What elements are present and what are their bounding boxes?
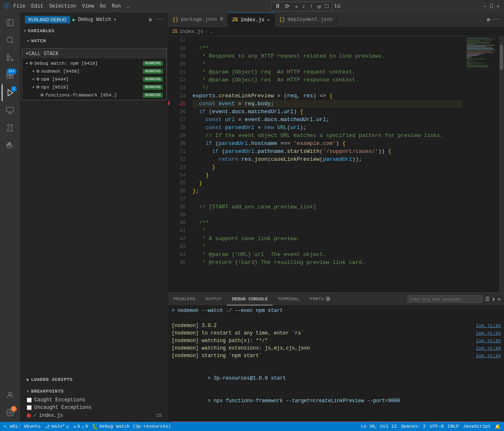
menu-view[interactable]: View bbox=[82, 3, 94, 9]
tab-terminal[interactable]: TERMINAL bbox=[273, 293, 305, 305]
split-editor-icon[interactable]: ⊞ bbox=[487, 17, 490, 23]
panel-filter-input[interactable] bbox=[408, 295, 483, 303]
gear-icon[interactable]: ⚙ bbox=[149, 17, 152, 23]
svg-rect-8 bbox=[10, 76, 13, 79]
editor-scrollbar[interactable] bbox=[499, 36, 504, 292]
code-line-20: * bbox=[192, 60, 462, 68]
status-line-ending[interactable]: CRLF bbox=[448, 424, 459, 429]
activity-search[interactable] bbox=[2, 32, 18, 48]
tab-package-json[interactable]: {} package.json M bbox=[168, 13, 228, 27]
callstack-ff-header[interactable]: ⚙ functions-framework [954…] RUNNING bbox=[37, 91, 166, 99]
config-dropdown[interactable]: ▾ bbox=[114, 17, 116, 22]
more-tabs-icon[interactable]: ··· bbox=[491, 17, 501, 23]
status-position[interactable]: Ln 38, Col 12 bbox=[361, 424, 397, 429]
debug-step-over-btn[interactable]: ⇢ bbox=[293, 3, 299, 10]
debug-stop-btn[interactable]: □ bbox=[324, 3, 329, 10]
code-line-40: /** bbox=[192, 219, 462, 227]
panel-content[interactable]: > nodemon --watch ./ --exec npm start [n… bbox=[168, 305, 504, 422]
tab-index-js[interactable]: JS index.js ✕ bbox=[228, 13, 275, 27]
ln-40: 40 bbox=[172, 219, 186, 227]
debug-continue-btn[interactable]: ⟳ bbox=[284, 3, 291, 10]
callstack-npm2-name: npm [9484] bbox=[41, 77, 143, 82]
watch-header[interactable]: ▾ WATCH bbox=[23, 37, 165, 45]
breadcrumb-more[interactable]: … bbox=[210, 29, 213, 35]
status-notifications[interactable]: 🔔 bbox=[495, 424, 501, 429]
caught-exceptions-checkbox[interactable] bbox=[27, 398, 32, 403]
config-name[interactable]: Debug Watch bbox=[78, 17, 111, 23]
expand-icon3: ▾ bbox=[32, 85, 35, 90]
uncaught-exceptions-checkbox[interactable] bbox=[27, 405, 32, 410]
status-errors[interactable]: ✕ 0 ⚠ 0 bbox=[73, 424, 88, 429]
menu-selection[interactable]: Selection bbox=[49, 3, 76, 9]
minimize-btn[interactable]: — bbox=[482, 4, 487, 9]
code-line-18: /** bbox=[192, 44, 462, 52]
ln-29: 29 bbox=[172, 132, 186, 139]
activity-settings[interactable]: 1 bbox=[2, 404, 18, 421]
activity-account[interactable] bbox=[2, 387, 18, 403]
variables-header[interactable]: ▾ VARIABLES bbox=[20, 27, 168, 35]
status-debug-session[interactable]: 🐛 Debug Watch (3p-resources) bbox=[92, 424, 171, 429]
status-bar: >_ WSL: Ubuntu ⎇ main* ↻ ✕ 0 ⚠ 0 🐛 Debug… bbox=[0, 422, 504, 431]
breakpoint-line-number: 25 bbox=[156, 413, 162, 418]
debug-step-into-btn[interactable]: ↓ bbox=[301, 3, 306, 10]
tab-deployment-json[interactable]: {} deployment.json bbox=[275, 13, 337, 27]
activity-extensions[interactable]: 1k+ bbox=[2, 67, 18, 84]
tab-problems[interactable]: PROBLEMS bbox=[168, 293, 200, 305]
debug-restart-btn[interactable]: ↺ bbox=[316, 3, 322, 10]
activity-test[interactable] bbox=[2, 119, 18, 136]
callstack-nodemon-header[interactable]: ▾ ⚙ nodemon [9450] RUNNING bbox=[29, 67, 166, 75]
tab-ports[interactable]: PORTS 2 bbox=[305, 293, 336, 305]
tab-output[interactable]: OUTPUT bbox=[200, 293, 227, 305]
debug-pause-btn[interactable]: ⏸ bbox=[274, 3, 282, 10]
menu-more[interactable]: … bbox=[127, 3, 129, 9]
run-debug-button[interactable]: RUN AND DEBUG bbox=[25, 16, 70, 23]
tab-close-icon[interactable]: ✕ bbox=[267, 17, 270, 23]
menu-go[interactable]: Go bbox=[100, 3, 106, 9]
callstack-header[interactable]: ▾ CALL STACK bbox=[22, 49, 166, 58]
status-right: Ln 38, Col 12 Spaces: 2 UTF-8 CRLF JavaS… bbox=[361, 424, 501, 429]
activity-remote[interactable] bbox=[2, 102, 18, 119]
window-controls: — ⎕ ✕ bbox=[482, 4, 501, 9]
menu-file[interactable]: File bbox=[13, 3, 25, 9]
status-language[interactable]: JavaScript bbox=[463, 424, 491, 429]
nodemon-path-link[interactable]: log.js:34 bbox=[476, 337, 501, 345]
callstack-npm2-header[interactable]: ▾ ⚙ npm [9484] RUNNING bbox=[29, 75, 166, 83]
callstack-npx-header[interactable]: ▾ ⚙ npx [9519] RUNNING bbox=[29, 83, 166, 91]
nodemon-start-link[interactable]: log.js:34 bbox=[476, 352, 501, 360]
panel-list-icon[interactable]: ☰ bbox=[485, 296, 490, 302]
activity-source-control[interactable] bbox=[2, 49, 18, 66]
ln-33: 33 bbox=[172, 163, 186, 171]
code-line-28: const parsedUrl = new URL(url); bbox=[192, 124, 462, 132]
breadcrumb-file[interactable]: index.js bbox=[179, 29, 203, 35]
maximize-btn[interactable]: ⎕ bbox=[489, 4, 494, 9]
nodemon-restart-link[interactable]: log.js:34 bbox=[476, 330, 501, 337]
status-spaces[interactable]: Spaces: 2 bbox=[401, 424, 425, 429]
debug-step-out-btn[interactable]: ↑ bbox=[308, 3, 314, 10]
more-icon[interactable]: ··· bbox=[154, 17, 163, 23]
activity-debug[interactable]: 1 bbox=[2, 84, 18, 101]
nodemon-version-link[interactable]: log.js:34 bbox=[476, 322, 501, 330]
code-line-33: } bbox=[192, 163, 462, 171]
panel-collapse-icon[interactable]: ∧ bbox=[492, 296, 495, 302]
code-content[interactable]: /** * Responds to any HTTP request relat… bbox=[189, 36, 466, 292]
ln-35: 35 bbox=[172, 179, 186, 187]
scrollbar-thumb[interactable] bbox=[500, 45, 503, 70]
status-encoding[interactable]: UTF-8 bbox=[430, 424, 444, 429]
profile-label[interactable]: tu bbox=[334, 3, 340, 9]
menu-edit[interactable]: Edit bbox=[31, 3, 43, 9]
menu-run[interactable]: Run bbox=[112, 3, 121, 9]
loaded-scripts-header[interactable]: ▶ LOADED SCRIPTS bbox=[23, 375, 165, 384]
callstack-label: CALL STACK bbox=[28, 51, 58, 57]
activity-docker[interactable] bbox=[2, 137, 18, 154]
activity-explorer[interactable] bbox=[2, 14, 18, 31]
status-branch[interactable]: ⎇ main* ↻ bbox=[45, 424, 69, 429]
tab-problems-label: PROBLEMS bbox=[173, 297, 195, 302]
close-btn[interactable]: ✕ bbox=[496, 4, 501, 9]
ln-43: 43 bbox=[172, 243, 186, 251]
breakpoints-header[interactable]: ▾ BREAKPOINTS bbox=[23, 387, 165, 396]
callstack-npm-group[interactable]: ▾ ⚙ Debug Watch: npm [9419] RUNNING bbox=[22, 59, 166, 67]
nodemon-ext-link[interactable]: log.js:34 bbox=[476, 345, 501, 352]
status-wsl[interactable]: >_ WSL: Ubuntu bbox=[3, 424, 41, 429]
tab-debug-console[interactable]: DEBUG CONSOLE bbox=[227, 293, 273, 305]
panel-close-icon[interactable]: ✕ bbox=[498, 296, 501, 302]
